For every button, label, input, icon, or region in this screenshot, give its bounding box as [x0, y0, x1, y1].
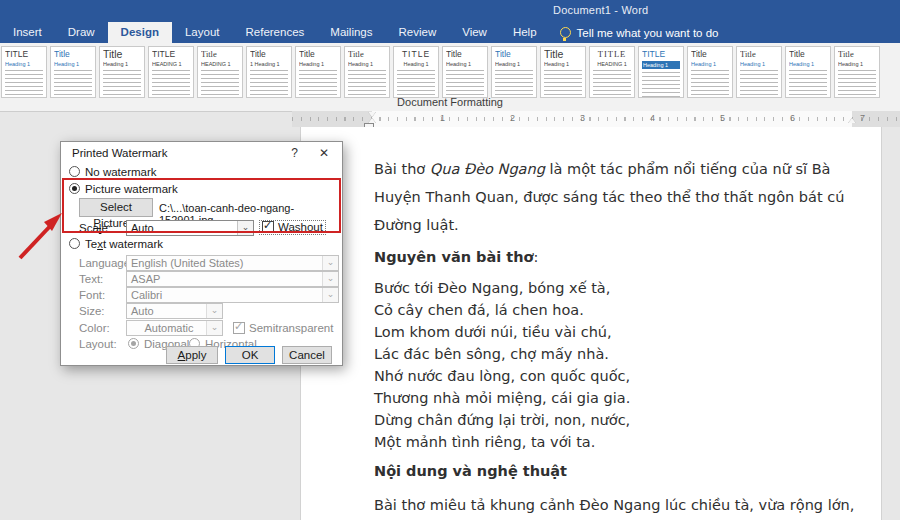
poem-line: Một mảnh tình riêng, ta với ta.: [374, 431, 862, 453]
help-icon[interactable]: ?: [291, 146, 298, 160]
style-set-thumbnail[interactable]: TitleHEADING 1: [197, 46, 243, 98]
poem-line: Cỏ cây chen đá, lá chen hoa.: [374, 299, 862, 321]
tell-me-box[interactable]: Tell me what you want to do: [550, 22, 729, 43]
color-label: Color:: [79, 322, 110, 334]
thumb-title: Title: [446, 50, 484, 59]
closing-paragraph: Bài thơ miêu tả khung cảnh Đèo Ngang lúc…: [374, 491, 862, 520]
style-set-thumbnail[interactable]: TitleHeading 1: [540, 46, 586, 98]
tab-help[interactable]: Help: [500, 22, 550, 43]
thumb-body-lines: [103, 70, 141, 96]
style-set-thumbnail[interactable]: TitleHeading 1: [491, 46, 537, 98]
tab-layout[interactable]: Layout: [172, 22, 233, 43]
style-set-thumbnail[interactable]: TitleHeading 1: [99, 46, 145, 98]
ribbon-design-panel: TITLEHeading 1 TitleHeading 1 TitleHeadi…: [0, 43, 900, 112]
thumb-heading: Heading 1: [103, 61, 141, 67]
ruler-number: 6: [790, 113, 795, 123]
font-label: Font:: [79, 289, 105, 301]
thumb-heading: HEADING 1: [593, 61, 631, 67]
ruler-number: 1: [440, 113, 445, 123]
chevron-down-icon: ⌄: [237, 221, 253, 235]
cancel-button[interactable]: Cancel: [282, 346, 332, 364]
close-icon[interactable]: ✕: [319, 146, 329, 160]
scale-dropdown[interactable]: Auto ⌄: [126, 220, 254, 236]
thumb-body-lines: [446, 70, 484, 96]
thumb-title: TITLE: [5, 50, 43, 59]
thumb-title: TITLE: [397, 50, 435, 59]
style-set-thumbnail[interactable]: TitleHeading 1: [295, 46, 341, 98]
tab-insert[interactable]: Insert: [0, 22, 55, 43]
size-dropdown[interactable]: Auto⌄: [126, 303, 223, 319]
washout-checkbox[interactable]: Washout: [259, 220, 326, 235]
chevron-down-icon: ⌄: [322, 272, 338, 286]
window-title: Document1 - Word: [553, 4, 648, 16]
thumb-heading: Heading 1: [642, 61, 680, 69]
radio-no-watermark[interactable]: No watermark: [69, 166, 157, 178]
style-set-thumbnail[interactable]: TitleHeading 1: [50, 46, 96, 98]
radio-text-watermark[interactable]: Text watermark: [69, 238, 163, 250]
thumb-title: Title: [838, 50, 876, 59]
style-set-thumbnail[interactable]: Title1 Heading 1: [246, 46, 292, 98]
checkbox-checked-icon: [262, 221, 274, 233]
thumb-title: Title: [250, 50, 288, 59]
tab-references[interactable]: References: [232, 22, 317, 43]
tab-view[interactable]: View: [449, 22, 500, 43]
window-titlebar: Document1 - Word: [0, 0, 900, 22]
ok-button[interactable]: OK: [225, 346, 275, 364]
style-set-thumbnail[interactable]: TITLEHeading 1: [638, 46, 684, 98]
style-set-thumbnail[interactable]: TitleHeading 1: [687, 46, 733, 98]
poem-line: Nhớ nước đau lòng, con quốc quốc,: [374, 365, 862, 387]
apply-button[interactable]: Apply: [166, 346, 218, 364]
thumb-heading: Heading 1: [299, 61, 337, 67]
language-dropdown[interactable]: English (United States)⌄: [126, 255, 339, 271]
thumb-body-lines: [397, 70, 435, 96]
select-picture-button[interactable]: Select Picture...: [79, 198, 153, 217]
thumb-title: Title: [348, 50, 386, 59]
no-watermark-label: No watermark: [85, 166, 157, 178]
tab-mailings[interactable]: Mailings: [317, 22, 385, 43]
style-set-thumbnail[interactable]: TitleHeading 1: [834, 46, 880, 98]
style-set-thumbnail[interactable]: TitleHeading 1: [442, 46, 488, 98]
style-set-thumbnail[interactable]: TITLEHEADING 1: [589, 46, 635, 98]
thumb-heading: Heading 1: [54, 61, 92, 67]
style-set-thumbnail[interactable]: TITLEHEADING 1: [148, 46, 194, 98]
radio-icon: [69, 238, 80, 249]
semitransparent-checkbox[interactable]: Semitransparent: [233, 322, 333, 334]
right-indent-marker[interactable]: [848, 118, 856, 123]
tab-design[interactable]: Design: [108, 22, 172, 43]
thumb-title: Title: [789, 50, 827, 59]
chevron-down-icon: ⌄: [206, 304, 222, 318]
style-set-thumbnail[interactable]: TITLEHeading 1: [1, 46, 47, 98]
style-set-thumbnail[interactable]: TitleHeading 1: [736, 46, 782, 98]
text-dropdown[interactable]: ASAP⌄: [126, 271, 339, 287]
style-set-thumbnail[interactable]: TitleHeading 1: [785, 46, 831, 98]
thumb-body-lines: [250, 70, 288, 96]
ruler-number: 4: [650, 113, 655, 123]
document-page[interactable]: Bài thơ Qua Đèo Ngang là một tác phẩm nổ…: [300, 127, 882, 520]
ruler-number: 2: [510, 113, 515, 123]
dialog-titlebar[interactable]: Printed Watermark ? ✕: [61, 142, 342, 164]
thumb-title: Title: [103, 50, 141, 59]
thumb-heading: Heading 1: [740, 61, 778, 67]
hanging-indent-marker[interactable]: [368, 118, 376, 123]
radio-selected-icon: [69, 183, 80, 194]
tab-review[interactable]: Review: [385, 22, 449, 43]
tab-draw[interactable]: Draw: [55, 22, 108, 43]
thumb-title: Title: [544, 50, 582, 59]
chevron-down-icon: ⌄: [322, 256, 338, 270]
horizontal-ruler[interactable]: 1 2 3 4 5 6 7: [292, 111, 900, 127]
radio-picture-watermark[interactable]: Picture watermark: [69, 183, 178, 195]
ruler-number: 7: [860, 113, 865, 123]
style-set-thumbnail[interactable]: TITLEHeading 1: [393, 46, 439, 98]
font-dropdown[interactable]: Calibri⌄: [126, 287, 339, 303]
thumb-title: Title: [299, 50, 337, 59]
section-heading-2: Nội dung và nghệ thuật: [374, 461, 862, 481]
text-label: Text:: [79, 273, 103, 285]
color-dropdown[interactable]: Automatic⌄: [126, 320, 223, 336]
style-set-thumbnail[interactable]: TitleHeading 1: [344, 46, 390, 98]
thumb-body-lines: [5, 70, 43, 96]
thumb-heading: Heading 1: [495, 61, 533, 67]
thumb-body-lines: [740, 70, 778, 96]
thumb-heading: HEADING 1: [201, 61, 239, 67]
thumb-title: TITLE: [152, 50, 190, 59]
first-line-indent-marker[interactable]: [368, 112, 376, 117]
